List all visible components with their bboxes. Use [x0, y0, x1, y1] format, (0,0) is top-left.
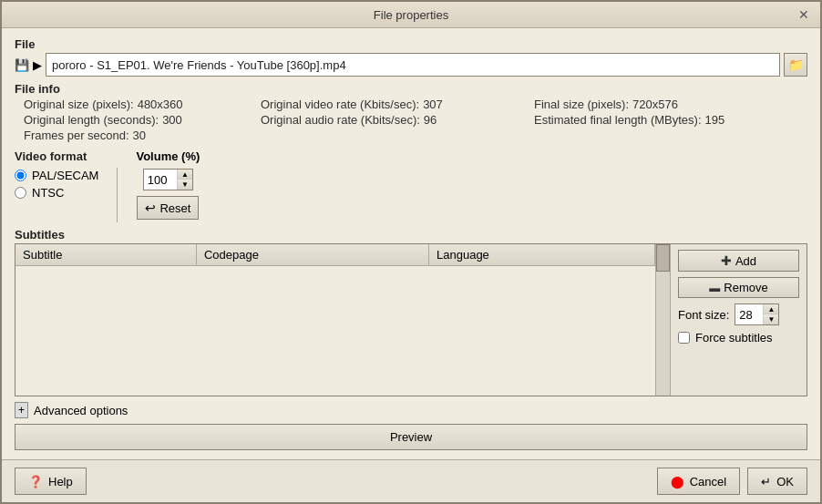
subtitle-table: Subtitle Codepage Language [15, 244, 655, 396]
col-language: Language [429, 244, 655, 266]
volume-input[interactable] [144, 170, 177, 190]
bottom-bar: ❓ Help ⬤ Cancel ↵ OK [2, 459, 820, 502]
close-button[interactable]: ✕ [796, 7, 811, 22]
volume-spin-arrows: ▲ ▼ [177, 170, 192, 190]
final-length-value: 195 [705, 113, 725, 127]
file-section-title: File [15, 37, 807, 51]
video-rate-value: 307 [423, 98, 443, 111]
reset-button[interactable]: ↩ Reset [137, 196, 199, 220]
subtitles-body: Subtitle Codepage Language [15, 243, 807, 396]
orig-size-value: 480x360 [138, 98, 183, 111]
font-size-spinbox[interactable]: ▲ ▼ [735, 303, 779, 325]
orig-length-label: Original length (seconds): [24, 113, 159, 127]
radio-ntsc-label[interactable]: NTSC [15, 186, 98, 200]
file-section: File 💾 ▶ pororo - S1_EP01. We're Friends… [15, 37, 807, 77]
radio-pal[interactable] [15, 170, 26, 181]
subtitle-header-row: Subtitle Codepage Language [15, 244, 655, 266]
browse-button[interactable]: 📁 [784, 53, 807, 77]
file-disk-icon: 💾 [15, 58, 29, 72]
video-format-title: Video format [15, 149, 98, 163]
subtitles-section: Subtitles Subtitle Codepage Language [15, 228, 807, 396]
cancel-icon: ⬤ [671, 475, 684, 489]
font-size-label: Font size: [678, 308, 729, 322]
cancel-label: Cancel [690, 475, 726, 489]
middle-section: Video format PAL/SECAM NTSC Volume (%) [15, 149, 807, 222]
volume-spinbox[interactable]: ▲ ▼ [143, 169, 193, 190]
font-size-up[interactable]: ▲ [764, 304, 778, 314]
final-size-label: Final size (pixels): [534, 98, 629, 111]
orig-length-value: 300 [162, 113, 182, 127]
subtitle-scrollbar[interactable] [655, 244, 670, 396]
file-info-title: File info [15, 82, 807, 96]
separator [117, 168, 118, 222]
add-label: Add [735, 254, 756, 268]
file-path-display: pororo - S1_EP01. We're Friends - YouTub… [46, 53, 780, 77]
radio-ntsc[interactable] [15, 187, 26, 199]
font-size-input[interactable] [735, 304, 763, 324]
radio-pal-text: PAL/SECAM [32, 169, 98, 182]
remove-button[interactable]: ▬ Remove [678, 277, 799, 298]
right-buttons: ⬤ Cancel ↵ OK [657, 468, 807, 495]
info-row-1: Original size (pixels): 480x360 Original… [24, 98, 807, 111]
final-length-label: Estimated final length (MBytes): [534, 113, 702, 127]
subtitle-controls: ✚ Add ▬ Remove Font size: ▲ ▼ [670, 244, 807, 396]
font-size-arrows: ▲ ▼ [763, 304, 778, 324]
browse-icon: 📁 [788, 57, 804, 72]
volume-down-arrow[interactable]: ▼ [178, 180, 192, 190]
dialog-body: File 💾 ▶ pororo - S1_EP01. We're Friends… [2, 28, 820, 459]
file-arrow-icon: ▶ [33, 58, 42, 72]
file-row: 💾 ▶ pororo - S1_EP01. We're Friends - Yo… [15, 53, 807, 77]
help-label: Help [48, 475, 73, 489]
help-icon: ❓ [28, 475, 43, 489]
audio-rate-label: Original audio rate (Kbits/sec): [261, 113, 420, 127]
reset-label: Reset [159, 201, 190, 215]
preview-button[interactable]: Preview [15, 424, 807, 450]
file-info-rows: Original size (pixels): 480x360 Original… [15, 98, 807, 142]
orig-size-label: Original size (pixels): [24, 98, 134, 111]
dialog-title: File properties [26, 8, 796, 22]
preview-label: Preview [390, 430, 432, 444]
audio-rate-value: 96 [424, 113, 437, 127]
advanced-label: Advanced options [34, 404, 128, 417]
volume-control-row: ▲ ▼ [143, 169, 193, 190]
volume-up-arrow[interactable]: ▲ [178, 170, 192, 180]
font-size-row: Font size: ▲ ▼ [678, 303, 779, 325]
radio-ntsc-text: NTSC [32, 186, 64, 200]
video-rate-label: Original video rate (Kbits/sec): [261, 98, 419, 111]
force-subtitle-checkbox[interactable] [678, 332, 690, 344]
col-subtitle: Subtitle [15, 244, 196, 266]
col-codepage: Codepage [196, 244, 428, 266]
video-format-box: Video format PAL/SECAM NTSC [15, 149, 98, 200]
file-properties-dialog: File properties ✕ File 💾 ▶ pororo - S1_E… [0, 0, 822, 504]
reset-icon: ↩ [145, 201, 156, 215]
frames-value: 30 [133, 129, 146, 142]
scroll-thumb [656, 244, 670, 272]
title-bar: File properties ✕ [2, 2, 820, 28]
subtitle-table-element: Subtitle Codepage Language [15, 244, 655, 266]
info-row-2: Original length (seconds): 300 Original … [24, 113, 807, 127]
info-row-3: Frames per second: 30 [24, 129, 807, 142]
final-size-value: 720x576 [632, 98, 678, 111]
remove-icon: ▬ [709, 282, 720, 294]
frames-label: Frames per second: [24, 129, 129, 142]
cancel-button[interactable]: ⬤ Cancel [657, 468, 740, 495]
ok-icon: ↵ [761, 475, 771, 489]
help-button[interactable]: ❓ Help [15, 468, 87, 495]
radio-pal-label[interactable]: PAL/SECAM [15, 169, 98, 182]
remove-label: Remove [724, 281, 767, 294]
advanced-row[interactable]: + Advanced options [15, 402, 807, 418]
ok-button[interactable]: ↵ OK [747, 468, 807, 495]
subtitles-title: Subtitles [15, 228, 807, 242]
expand-icon: + [15, 402, 28, 418]
ok-label: OK [776, 475, 794, 489]
font-size-down[interactable]: ▼ [764, 314, 778, 324]
file-info-section: File info Original size (pixels): 480x36… [15, 82, 807, 142]
volume-label: Volume (%) [136, 149, 200, 163]
add-icon: ✚ [721, 253, 732, 268]
force-subtitle-label[interactable]: Force subtitles [695, 331, 773, 345]
add-button[interactable]: ✚ Add [678, 250, 799, 272]
volume-section: Volume (%) ▲ ▼ ↩ Reset [136, 149, 200, 220]
force-subtitle-row: Force subtitles [678, 331, 773, 345]
subtitle-table-head: Subtitle Codepage Language [15, 244, 655, 266]
